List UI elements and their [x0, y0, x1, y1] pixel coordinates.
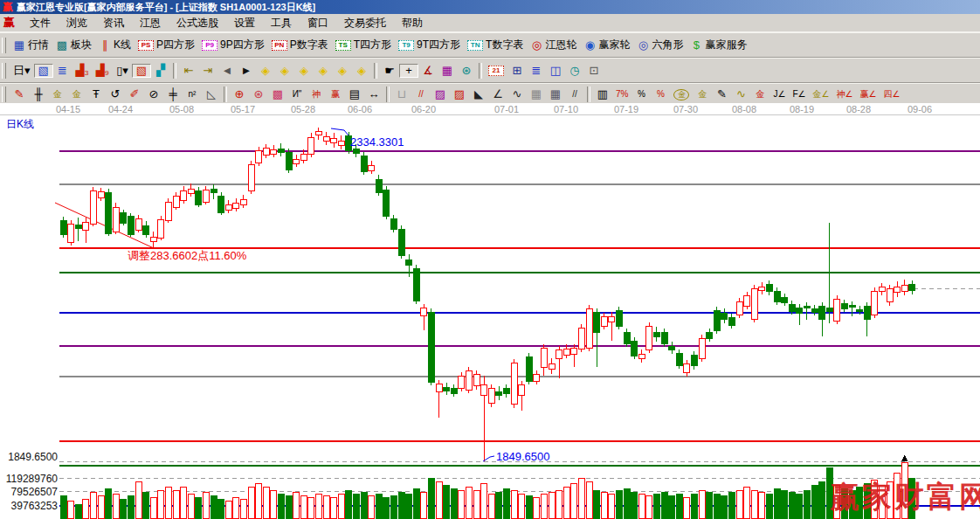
- menu-item-3[interactable]: 江恩: [132, 16, 169, 30]
- percent-lines-tool[interactable]: %: [651, 87, 670, 101]
- diamond-right-button[interactable]: ◈: [275, 64, 294, 78]
- menu-item-1[interactable]: 浏览: [59, 16, 95, 30]
- world-clock-button[interactable]: ◷: [565, 64, 584, 78]
- t-square-button[interactable]: TST四方形: [332, 37, 395, 53]
- web-box-tool[interactable]: ▩: [268, 87, 287, 101]
- hand-tool-button[interactable]: ☛: [380, 64, 399, 78]
- red-fan-tool[interactable]: //: [411, 87, 431, 101]
- menu-item-7[interactable]: 窗口: [300, 16, 336, 30]
- color-histogram-button[interactable]: ▞: [151, 64, 170, 78]
- pattern-blue-button[interactable]: ▧: [34, 64, 53, 78]
- f-ruler-tool[interactable]: Ŧ: [86, 87, 106, 101]
- n2-ruler-tool[interactable]: n²: [183, 87, 202, 101]
- circle-tool-button[interactable]: ⊛: [457, 64, 476, 78]
- pen-nib-tool[interactable]: ◣: [469, 87, 488, 101]
- wave-gold-tool[interactable]: ∿: [731, 87, 750, 101]
- h-arrows-tool[interactable]: ↔: [364, 87, 383, 101]
- gold-ruler-1-tool[interactable]: 金: [48, 87, 67, 101]
- circle-hash-tool[interactable]: ⊘: [144, 87, 163, 101]
- gold-angle-tool[interactable]: 金∠: [810, 87, 833, 101]
- i-quote-tool[interactable]: И": [287, 87, 307, 101]
- toolbar-grip[interactable]: [2, 63, 6, 79]
- hexagon-button[interactable]: ◎六角形: [633, 37, 687, 53]
- chart-9-button[interactable]: ▟₉: [93, 64, 113, 78]
- pattern-red-button[interactable]: ▧: [132, 64, 151, 78]
- ying-angle-tool[interactable]: 赢∠: [856, 87, 880, 101]
- quotes-button[interactable]: ▦行情: [10, 37, 52, 53]
- print-button[interactable]: ⊡: [584, 64, 604, 78]
- gold-ruler-2-tool[interactable]: 金: [67, 87, 86, 101]
- t-number-table-button[interactable]: TNT数字表: [464, 37, 527, 53]
- ying-hash-tool[interactable]: 赢: [326, 87, 345, 101]
- gray-box-tool[interactable]: ⊔: [392, 87, 411, 101]
- red-hatch-box-tool[interactable]: ▨: [450, 87, 469, 101]
- menu-item-9[interactable]: 帮助: [394, 16, 431, 30]
- chart-3-button[interactable]: ▟₃: [72, 64, 93, 78]
- purple-fan-box-tool[interactable]: ▨: [431, 87, 450, 101]
- si-angle-tool[interactable]: 四∠: [880, 87, 903, 101]
- j-angle-tool[interactable]: J∠: [770, 87, 789, 101]
- target-cross-tool[interactable]: ⊕: [230, 87, 249, 101]
- percent-tool[interactable]: %: [631, 87, 651, 101]
- diamond-left-button[interactable]: ◈: [256, 64, 275, 78]
- parallel-lines-tool[interactable]: //: [565, 87, 584, 101]
- menu-item-4[interactable]: 公式选股: [169, 16, 226, 30]
- hash-ruler-tool[interactable]: ╫: [29, 87, 48, 101]
- diamond-hmove-button[interactable]: ◈: [294, 64, 314, 78]
- gold-circle-tool[interactable]: 金: [670, 88, 693, 101]
- calculator-button[interactable]: ⊞: [507, 64, 527, 78]
- kline-period-dropdown[interactable]: 日▾: [10, 64, 34, 78]
- app-menu-icon[interactable]: 赢: [0, 15, 22, 31]
- toolbar-grip[interactable]: [2, 86, 6, 102]
- diamond-all-button[interactable]: ◈: [352, 64, 371, 78]
- candle-style-dropdown[interactable]: ▯▾: [113, 64, 132, 78]
- p-square-button[interactable]: PSP四方形: [135, 37, 198, 53]
- toolbar-grip[interactable]: [2, 38, 6, 53]
- pen-candle-tool[interactable]: ✎: [712, 87, 731, 101]
- percent-7-tool[interactable]: 7%: [612, 87, 631, 101]
- gold-lines-tool[interactable]: 金: [693, 87, 712, 101]
- zigzag-tool[interactable]: ∿: [507, 87, 527, 101]
- menu-item-5[interactable]: 设置: [226, 16, 263, 30]
- red-pen-tool[interactable]: ✎: [10, 87, 29, 101]
- kline-button[interactable]: ∥K线: [95, 37, 135, 53]
- info-list-button[interactable]: ≣: [53, 64, 72, 78]
- p-number-table-button[interactable]: PNP数字表: [268, 37, 332, 53]
- sectors-button[interactable]: ▩板块: [52, 37, 95, 53]
- chart-canvas[interactable]: 2334.33011849.6500调整283.6602点11.60%: [0, 103, 980, 519]
- crosshair-tool-button[interactable]: +: [399, 64, 418, 78]
- chart-panel[interactable]: 04-1504-2405-0805-1705-2806-0606-2007-01…: [0, 103, 980, 519]
- next-bar-button[interactable]: ►: [237, 64, 256, 78]
- winner-wheel-button[interactable]: ◉赢家轮: [580, 37, 633, 53]
- grid-box-2-tool[interactable]: ▦: [546, 87, 565, 101]
- angle-measure-button[interactable]: ∡: [418, 64, 438, 78]
- ruler-123-tool[interactable]: ▤: [345, 87, 364, 101]
- gann-grid-tool-button[interactable]: ▦: [438, 64, 457, 78]
- menu-item-0[interactable]: 文件: [22, 16, 59, 30]
- grid-box-1-tool[interactable]: ▦: [527, 87, 546, 101]
- menu-item-8[interactable]: 交易委托: [336, 16, 394, 30]
- diamond-star-button[interactable]: ◈: [314, 64, 333, 78]
- bar-stats-tool[interactable]: ▥: [593, 87, 612, 101]
- gold-red-lines-tool[interactable]: 金: [750, 87, 770, 101]
- t9-square-button[interactable]: T99T四方形: [395, 37, 464, 53]
- set-square-tool[interactable]: ◺: [202, 87, 221, 101]
- red-web-tool[interactable]: ⊛: [249, 87, 268, 101]
- hash-2-tool[interactable]: ╪: [163, 87, 183, 101]
- f-angle-tool[interactable]: F∠: [789, 87, 809, 101]
- menu-item-6[interactable]: 工具: [263, 16, 300, 30]
- shen-hash-tool[interactable]: 神: [307, 87, 326, 101]
- first-bar-button[interactable]: ⇤: [179, 64, 198, 78]
- diamond-plus-button[interactable]: ◈: [333, 64, 352, 78]
- spiral-tool[interactable]: ↺: [106, 87, 125, 101]
- last-bar-button[interactable]: ⇥: [198, 64, 217, 78]
- p9-square-button[interactable]: P99P四方形: [198, 37, 268, 53]
- gann-wheel-button[interactable]: ◎江恩轮: [527, 37, 580, 53]
- shen-angle-tool[interactable]: 神∠: [833, 87, 857, 101]
- save-button[interactable]: ◫: [546, 64, 565, 78]
- red-pen-2-tool[interactable]: ✐: [125, 87, 144, 101]
- angle-lines-tool[interactable]: ∠: [488, 87, 507, 101]
- winner-service-button[interactable]: $赢家服务: [687, 37, 750, 53]
- menu-item-2[interactable]: 资讯: [95, 16, 132, 30]
- calendar-button[interactable]: 21: [485, 65, 507, 77]
